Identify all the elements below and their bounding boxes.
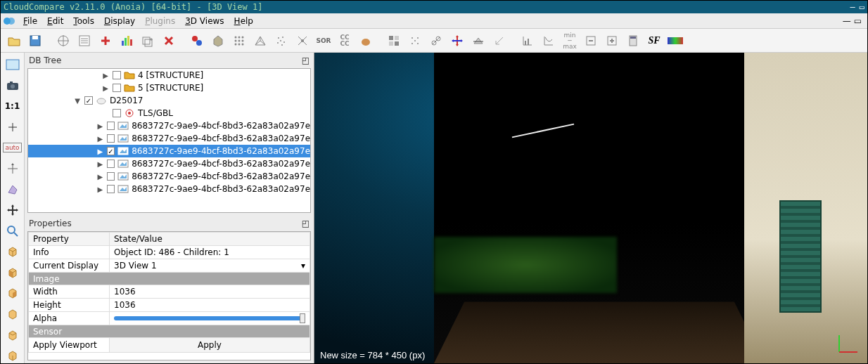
prop-value[interactable]: 3D View 1▾: [110, 259, 310, 273]
visibility-checkbox[interactable]: [113, 71, 121, 79]
menu-display[interactable]: Display: [100, 15, 139, 27]
minimize-icon[interactable]: —: [850, 2, 855, 12]
tree-row[interactable]: TLS/GBL: [28, 107, 310, 119]
svg-point-88: [8, 226, 15, 233]
add-button[interactable]: [96, 32, 115, 50]
prop-value: 1036: [110, 299, 310, 312]
save-button[interactable]: [26, 32, 44, 50]
visibility-checkbox[interactable]: [107, 134, 115, 143]
normals-button[interactable]: [209, 32, 227, 50]
3d-viewport[interactable]: New size = 784 * 450 (px): [314, 53, 867, 363]
prop-value[interactable]: Apply: [110, 338, 310, 353]
open-button[interactable]: [5, 32, 23, 50]
align-button[interactable]: [406, 32, 424, 50]
tree-row[interactable]: ▶5 [STRUCTURE]: [28, 82, 310, 94]
expand-arrow-icon[interactable]: ▶: [101, 72, 110, 79]
crosssection-button[interactable]: [469, 32, 487, 50]
expand-arrow-icon[interactable]: ▶: [101, 84, 110, 92]
gridplus-button[interactable]: [603, 32, 621, 50]
menu-help[interactable]: Help: [230, 15, 257, 27]
view-iso2-icon[interactable]: [4, 348, 21, 363]
view-side-icon[interactable]: [4, 286, 21, 301]
visibility-checkbox[interactable]: [107, 172, 115, 181]
sor-button[interactable]: SOR: [314, 32, 333, 50]
alpha-slider[interactable]: [110, 312, 310, 325]
apply-button[interactable]: Apply: [110, 338, 309, 352]
visibility-checkbox[interactable]: [107, 122, 115, 130]
view-rect-icon[interactable]: [4, 57, 21, 72]
menu-file[interactable]: File: [19, 15, 42, 27]
tree-row[interactable]: ▶8683727c-9ae9-4bcf-8bd3-62a83a02a97e: [28, 170, 310, 183]
tree-row[interactable]: ▶8683727c-9ae9-4bcf-8bd3-62a83a02a97e: [28, 119, 310, 132]
cc-button[interactable]: CCCC: [336, 32, 354, 50]
oneone-icon[interactable]: 1:1: [4, 98, 21, 114]
shape-icon[interactable]: [4, 182, 21, 197]
visibility-checkbox[interactable]: [113, 109, 121, 117]
camera-icon[interactable]: [4, 78, 21, 93]
colorize-button[interactable]: [188, 32, 206, 50]
expand-arrow-icon[interactable]: ▼: [73, 97, 82, 105]
properties-undock-icon[interactable]: ◰: [302, 219, 309, 228]
delete-button[interactable]: [160, 32, 178, 50]
translate-button[interactable]: [448, 32, 466, 50]
mdi-close-icon[interactable]: ▭: [854, 16, 862, 26]
auto-icon[interactable]: auto: [4, 140, 21, 155]
tree-row[interactable]: ▶4 [STRUCTURE]: [28, 69, 310, 82]
sf-button[interactable]: SF: [645, 32, 663, 50]
expand-arrow-icon[interactable]: ▶: [96, 122, 104, 130]
tree-row[interactable]: ▶✓8683727c-9ae9-4bcf-8bd3-62a83a02a97e: [28, 145, 310, 157]
primitive-button[interactable]: [357, 32, 375, 50]
minmax-button[interactable]: min─max: [561, 32, 579, 50]
tree-row[interactable]: ▼✓D25017: [28, 94, 310, 107]
pick-button[interactable]: [54, 32, 72, 50]
expand-arrow-icon[interactable]: ▶: [96, 186, 104, 193]
calc-button[interactable]: [624, 32, 642, 50]
visibility-checkbox[interactable]: [107, 185, 115, 193]
histogram-button[interactable]: [117, 32, 136, 50]
view-back-icon[interactable]: [4, 306, 21, 322]
maximize-icon[interactable]: ▭: [860, 2, 864, 12]
zoom-icon[interactable]: [4, 223, 21, 239]
properties-button[interactable]: [75, 32, 94, 50]
expand-arrow-icon[interactable]: ▶: [96, 148, 104, 155]
db-tree[interactable]: ▶4 [STRUCTURE]▶5 [STRUCTURE]▼✓D25017TLS/…: [27, 68, 311, 213]
tree-row[interactable]: ▶8683727c-9ae9-4bcf-8bd3-62a83a02a97e: [28, 132, 310, 145]
expand-arrow-icon[interactable]: ▶: [96, 173, 104, 181]
expand-arrow-icon[interactable]: ▶: [96, 135, 104, 143]
clone-button[interactable]: [139, 32, 157, 50]
view-front-icon[interactable]: [4, 265, 21, 280]
menu-3dviews[interactable]: 3D Views: [181, 15, 228, 27]
subsample-button[interactable]: [293, 32, 312, 50]
visibility-checkbox[interactable]: [113, 84, 121, 92]
segment-button[interactable]: [427, 32, 445, 50]
plus-icon[interactable]: [4, 119, 21, 135]
measure-button[interactable]: [490, 32, 509, 50]
menu-edit[interactable]: Edit: [43, 15, 68, 27]
svg-point-34: [280, 40, 281, 41]
view-iso1-icon[interactable]: [4, 327, 21, 343]
sample-button[interactable]: [272, 32, 291, 50]
dbtree-undock-icon[interactable]: ◰: [302, 56, 309, 65]
visibility-checkbox[interactable]: ✓: [84, 96, 93, 105]
tree-row[interactable]: ▶8683727c-9ae9-4bcf-8bd3-62a83a02a97e: [28, 157, 310, 170]
cross-icon[interactable]: [4, 202, 21, 218]
tree-row[interactable]: ▶8683727c-9ae9-4bcf-8bd3-62a83a02a97e: [28, 183, 310, 195]
chart2-button[interactable]: [540, 32, 558, 50]
gradient-button[interactable]: [666, 32, 684, 50]
tree-item-label: 8683727c-9ae9-4bcf-8bd3-62a83a02a97e: [132, 171, 310, 181]
mdi-minimize-icon[interactable]: —: [843, 16, 851, 26]
gridminus-button[interactable]: [582, 32, 600, 50]
register-button[interactable]: [385, 32, 403, 50]
svg-marker-54: [456, 35, 459, 37]
menu-tools[interactable]: Tools: [69, 15, 98, 27]
visibility-checkbox[interactable]: ✓: [107, 147, 115, 155]
octree-button[interactable]: [230, 32, 248, 50]
dbtree-title: DB Tree: [29, 56, 61, 65]
view-top-icon[interactable]: [4, 244, 21, 259]
expand-arrow-icon[interactable]: ▶: [96, 160, 104, 168]
chart1-button[interactable]: [518, 32, 537, 50]
visibility-checkbox[interactable]: [107, 160, 115, 168]
mesh-button[interactable]: [251, 32, 269, 50]
ortho-icon[interactable]: [4, 161, 21, 176]
svg-marker-86: [7, 209, 9, 212]
